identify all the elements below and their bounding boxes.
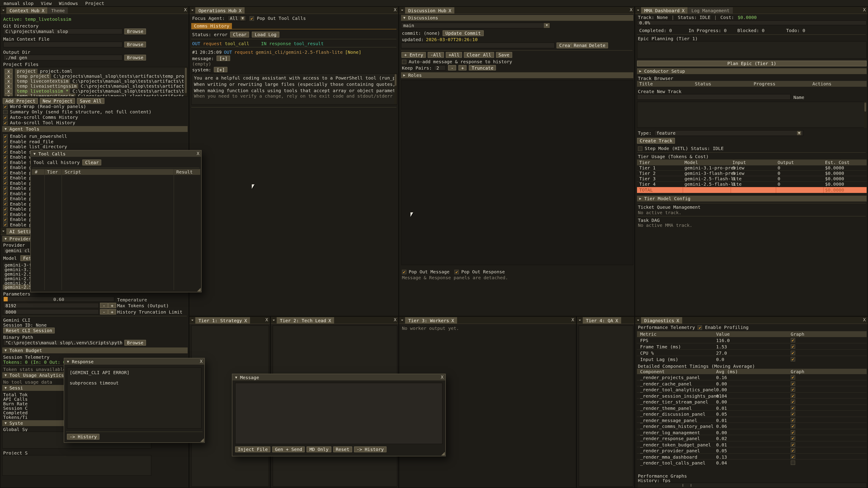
tab-log-management[interactable]: Log Management xyxy=(688,7,733,13)
step-mode-checkbox[interactable]: Step Mode (HITL) Status: IDLE xyxy=(638,146,723,151)
graph-checkbox[interactable]: ✔ xyxy=(791,357,795,361)
close-icon[interactable]: X xyxy=(682,8,685,13)
graph-checkbox[interactable] xyxy=(791,460,795,465)
close-icon[interactable]: X xyxy=(394,317,397,322)
graph-checkbox[interactable]: ✔ xyxy=(791,351,795,355)
track-description-input[interactable] xyxy=(637,102,867,128)
comms-entry-row[interactable]: #1 20:25:09 OUT request gemini_cli/gemin… xyxy=(192,50,361,55)
graph-checkbox[interactable]: ✔ xyxy=(791,387,795,392)
close-icon[interactable]: X xyxy=(244,318,247,323)
scrollbar[interactable] xyxy=(864,102,867,128)
project-system-input[interactable] xyxy=(2,455,151,476)
graph-checkbox[interactable]: ✔ xyxy=(791,442,795,447)
main-context-browse-button[interactable]: Browse xyxy=(124,41,146,47)
temperature-slider[interactable]: 0.60 xyxy=(3,296,114,302)
system-prompt-box[interactable]: You are a helpful coding assistant with … xyxy=(191,73,397,105)
remove-file-button[interactable]: x xyxy=(4,74,13,78)
type-combo[interactable]: feature▼ xyxy=(654,130,803,136)
menu-item-manual-slop[interactable]: manual slop xyxy=(4,1,33,6)
close-icon[interactable]: X xyxy=(329,318,331,323)
clear-tool-calls-button[interactable]: Clear xyxy=(83,160,101,165)
keep-pairs-plus-button[interactable]: + xyxy=(459,65,467,70)
tab-tier3-workers[interactable]: Tier 3: WorkersX xyxy=(405,317,457,324)
chevron-down-icon[interactable]: ▼ xyxy=(235,375,237,379)
tool-checkbox[interactable]: ✔Enable list_directory xyxy=(3,144,67,149)
response-history-button[interactable]: -> History xyxy=(67,434,99,440)
keep-pairs-minus-button[interactable]: - xyxy=(448,65,456,70)
close-icon[interactable]: X xyxy=(863,7,866,12)
max-tokens-minus-button[interactable]: - xyxy=(100,303,108,308)
close-icon[interactable]: X xyxy=(571,317,574,322)
max-tokens-input[interactable]: 8192 xyxy=(3,303,99,308)
remove-file-button[interactable]: x xyxy=(4,84,13,89)
remove-file-button[interactable]: x xyxy=(4,78,13,84)
max-tokens-plus-button[interactable]: + xyxy=(108,303,116,308)
response-window[interactable]: ▼ Response X [GEMINI_CLI API ERROR] subp… xyxy=(64,358,205,443)
graph-checkbox[interactable]: ✔ xyxy=(791,454,795,459)
token-budget-header[interactable]: ▼Token Budget xyxy=(2,348,188,353)
close-icon[interactable]: X xyxy=(863,317,866,322)
reset-button[interactable]: Reset xyxy=(333,447,352,452)
track-name-input[interactable] xyxy=(637,94,791,100)
response-text-area[interactable]: [GEMINI_CLI API ERROR] subprocess timeou… xyxy=(67,367,202,429)
message-text-area[interactable] xyxy=(235,383,442,444)
remove-file-button[interactable]: x xyxy=(4,94,13,97)
enable-profiling-checkbox[interactable]: ✔ xyxy=(698,325,702,330)
output-dir-browse-button[interactable]: Browse xyxy=(124,55,146,61)
system-expand-button[interactable]: [+] xyxy=(214,67,227,72)
scrollbar[interactable] xyxy=(394,74,397,104)
close-icon[interactable]: X xyxy=(449,8,452,13)
response-titlebar[interactable]: ▼ Response X xyxy=(64,358,204,365)
tab-tier1-strategy[interactable]: Tier 1: StrategyX xyxy=(195,317,250,324)
inject-file-button[interactable]: Inject File xyxy=(235,447,270,452)
add-entry-button[interactable]: + Entry xyxy=(401,52,426,58)
graph-checkbox[interactable]: ✔ xyxy=(791,430,795,434)
graph-checkbox[interactable]: ✔ xyxy=(791,412,795,416)
close-icon[interactable]: X xyxy=(630,7,632,12)
file-row-active[interactable]: xtemp_livetoolssim *C:\projects\manual_s… xyxy=(4,89,188,94)
delete-button[interactable]: Delete xyxy=(586,42,608,48)
message-window[interactable]: ▼ Message X Inject File Gen + Send MD On… xyxy=(232,374,446,456)
window-menu-icon[interactable]: ⏷ xyxy=(189,7,195,13)
plan-epic-button[interactable]: Plan Epic (Tier 1) xyxy=(637,61,867,66)
tab-operations-hub[interactable]: Operations HubX xyxy=(195,7,245,13)
remove-file-button[interactable]: x xyxy=(4,89,13,94)
new-project-button[interactable]: New Project xyxy=(40,98,75,104)
save-button[interactable]: Save xyxy=(496,52,512,58)
binary-browse-button[interactable]: Browse xyxy=(124,340,146,346)
graph-checkbox[interactable]: ✔ xyxy=(791,338,795,343)
save-all-button[interactable]: Save All xyxy=(77,98,104,104)
file-row[interactable]: xtemp_liveexecutionsimC:\projects\manual… xyxy=(4,94,188,97)
remove-file-button[interactable]: x xyxy=(4,69,13,74)
discussions-header[interactable]: ▼Discussions xyxy=(401,15,633,21)
menu-item-windows[interactable]: Windows xyxy=(59,1,78,6)
auto-add-checkbox[interactable]: Auto-add message & response to history xyxy=(402,59,512,64)
roles-header[interactable]: ▶Roles xyxy=(401,72,633,78)
binary-path-input[interactable]: "C:\projects\manual_slop\.venv\Scripts\p… xyxy=(3,340,123,346)
history-limit-minus-button[interactable]: - xyxy=(100,309,108,315)
popout-tool-calls-checkbox[interactable]: ✔ xyxy=(250,16,254,21)
resize-grip[interactable] xyxy=(200,438,204,442)
window-menu-icon[interactable]: ⏷ xyxy=(0,7,6,13)
popout-message-checkbox[interactable]: ✔ xyxy=(402,269,406,274)
gen-send-button[interactable]: Gen + Send xyxy=(272,447,305,452)
truncate-button[interactable]: Truncate xyxy=(469,65,496,70)
git-directory-input[interactable]: C:\projects\manual_slop xyxy=(3,29,123,34)
window-menu-icon[interactable]: ⏷ xyxy=(577,317,583,324)
graph-checkbox[interactable]: ✔ xyxy=(791,344,795,349)
word-wrap-checkbox[interactable]: ✔Word-Wrap (Read-only panels) xyxy=(3,104,86,109)
output-dir-input[interactable]: ./md_gen xyxy=(3,55,123,61)
focus-agent-combo[interactable]: All▼ xyxy=(228,15,247,21)
minus-all-button[interactable]: -All xyxy=(428,52,444,58)
add-project-button[interactable]: Add Project xyxy=(3,98,38,104)
discussion-combo[interactable]: main xyxy=(401,23,550,29)
scrollbar[interactable] xyxy=(184,67,187,96)
agent-tools-header[interactable]: ▼Agent Tools xyxy=(2,126,188,132)
window-menu-icon[interactable]: ⏷ xyxy=(635,7,641,13)
git-browse-button[interactable]: Browse xyxy=(124,29,146,34)
window-menu-icon[interactable]: ⏷ xyxy=(189,317,195,324)
update-commit-button[interactable]: Update Commit xyxy=(443,30,484,36)
tool-calls-window[interactable]: ▼ Tool Calls X Tool call history Clear #… xyxy=(30,150,202,292)
graph-checkbox[interactable]: ✔ xyxy=(791,424,795,428)
epic-planning-input[interactable] xyxy=(637,41,867,59)
